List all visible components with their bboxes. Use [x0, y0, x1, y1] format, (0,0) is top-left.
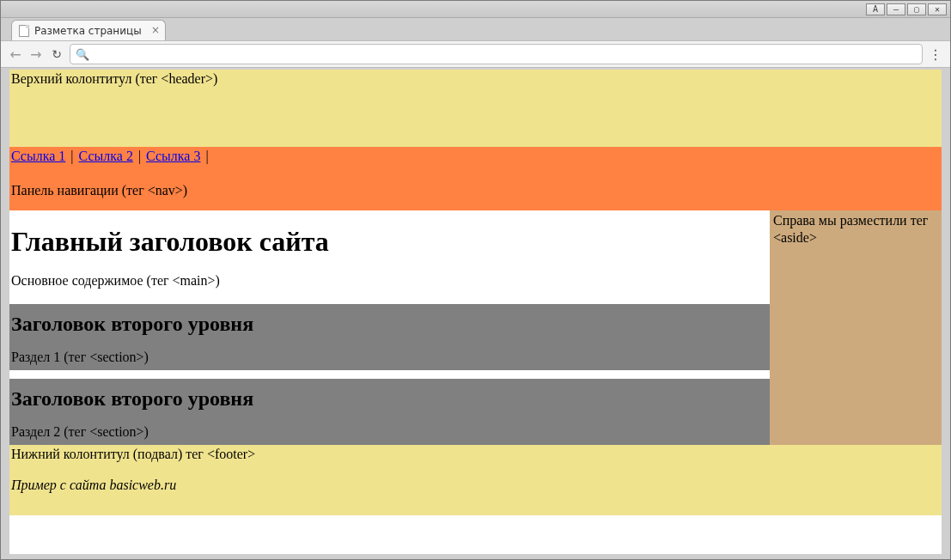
footer-text: Нижний колонтитул (подвал) тег <footer> — [11, 447, 940, 462]
page-nav-region: Ссылка 1 | Ссылка 2 | Ссылка 3 | Панель … — [9, 147, 942, 210]
maximize-button[interactable]: ▢ — [907, 3, 926, 15]
browser-menu-button[interactable]: ⋮ — [928, 46, 943, 63]
tab-strip: Разметка страницы × — [1, 18, 950, 40]
header-text: Верхний колонтитул (тег <header>) — [11, 71, 217, 86]
forward-button[interactable]: → — [28, 46, 44, 62]
nav-link-1[interactable]: Ссылка 1 — [11, 149, 65, 163]
minimize-button[interactable]: — — [887, 3, 905, 15]
aside-text: Справа мы разместили тег <aside> — [773, 213, 928, 245]
window-titlebar: A — ▢ ✕ — [1, 1, 950, 18]
nav-link-2[interactable]: Ссылка 2 — [79, 149, 133, 163]
browser-tab[interactable]: Разметка страницы × — [11, 20, 166, 40]
close-tab-icon[interactable]: × — [151, 24, 160, 36]
search-icon: 🔍 — [76, 48, 89, 61]
page-aside-region: Справа мы разместили тег <aside> — [770, 210, 942, 445]
tab-title: Разметка страницы — [34, 25, 142, 37]
nav-separator: | — [204, 149, 210, 163]
page-viewport: Верхний колонтитул (тег <header>) Ссылка… — [9, 70, 942, 554]
browser-toolbar: ← → ↻ 🔍 ⋮ — [1, 40, 950, 68]
browser-window: A — ▢ ✕ Разметка страницы × ← → ↻ 🔍 ⋮ Ве… — [0, 0, 951, 560]
nav-separator: | — [137, 149, 143, 163]
nav-caption: Панель навигации (тег <nav>) — [11, 183, 940, 198]
page-header-region: Верхний колонтитул (тег <header>) — [9, 70, 942, 147]
close-window-button[interactable]: ✕ — [928, 3, 947, 15]
address-bar[interactable]: 🔍 — [70, 44, 923, 64]
page-footer-region: Нижний колонтитул (подвал) тег <footer> … — [9, 445, 942, 515]
back-button[interactable]: ← — [8, 46, 23, 62]
nav-separator: | — [69, 149, 75, 163]
reload-button[interactable]: ↻ — [49, 46, 64, 62]
address-input[interactable] — [93, 47, 917, 62]
lang-indicator-button[interactable]: A — [866, 3, 885, 15]
file-icon — [19, 25, 29, 37]
nav-link-3[interactable]: Ссылка 3 — [146, 149, 200, 163]
nav-links-row: Ссылка 1 | Ссылка 2 | Ссылка 3 | — [11, 149, 940, 164]
footer-source: Пример с сайта basicweb.ru — [11, 478, 940, 493]
